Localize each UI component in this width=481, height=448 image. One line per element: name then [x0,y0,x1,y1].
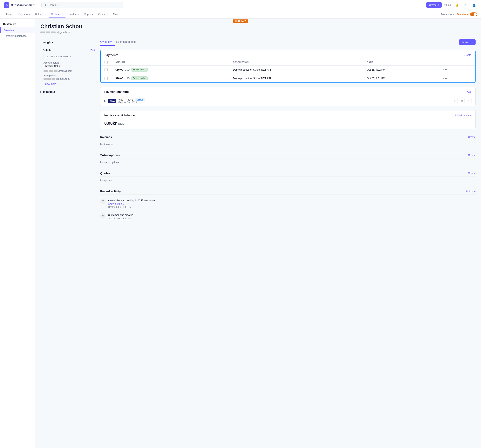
create-button[interactable]: Create ▾ [426,2,442,8]
nav-more[interactable]: More ▾ [111,11,123,18]
nav-connect[interactable]: Connect [96,11,110,18]
row1-checkbox[interactable] [105,68,108,71]
subscriptions-create-link[interactable]: Create [468,154,476,156]
top-right-actions: Create ▾ ? Help 🔔 ⚙ 👤 [426,2,477,8]
invoices-header: Invoices Create [100,133,476,140]
select-all-header[interactable] [101,59,112,66]
nav-balances[interactable]: Balances [33,11,48,18]
row2-date: Oct 26, 4:01 PM [363,74,439,83]
activity-icon-2 [100,213,106,219]
nav-customers[interactable]: Customers [49,11,66,18]
row2-checkbox[interactable] [105,77,108,80]
nav-payments[interactable]: Payments [16,11,32,18]
account-name: Christian Schou [44,65,95,68]
settings-button[interactable]: ⚙ [462,2,469,8]
activity-text-2: Customer was created [108,213,476,217]
top-bar: Christian Schou ▾ Create ▾ ? Help 🔔 ⚙ 👤 [0,0,481,10]
tab-events[interactable]: Events and logs [116,38,139,46]
pm-expiry: Expires Dec 2024 [118,101,452,104]
nav-reports[interactable]: Reports [82,11,95,18]
add-note-link[interactable]: Add note [466,190,476,193]
search-input[interactable] [41,2,123,8]
test-data-banner: TEST DATA [233,19,248,23]
activity-show-details-link[interactable]: Show details › [108,202,476,205]
metadata-title: Metadata [43,90,55,93]
content-area: Christian Schou @gmail.com ▾ Insights ▾ [35,19,481,448]
sidebar: Customers Overview Remaining balances [0,19,35,448]
payment-methods-add-link[interactable]: Add [467,90,472,93]
stripe-logo-icon [4,2,9,8]
payments-card: Payments Create AMOUNT DESCRIPTION DATE [100,50,476,83]
adjust-balance-link[interactable]: Adjust balance [455,114,472,117]
row2-status-badge: Succeeded ✓ [131,77,148,80]
help-button[interactable]: ? Help [444,3,451,6]
invoices-empty: No invoices [100,142,476,147]
quotes-section: Quotes Create No quotes [100,169,476,183]
sidebar-item-overview[interactable]: Overview [0,27,35,33]
details-edit-link[interactable]: Edit [90,49,95,52]
row2-description: Demo product for Stripe .NET API [229,74,363,83]
pm-edit-button[interactable]: ✏ [452,98,458,104]
details-chevron: ▾ [40,49,41,51]
sidebar-title: Customers [0,23,35,27]
svg-rect-0 [102,201,104,202]
invoice-credit-title: Invoice credit balance [104,114,135,117]
nav-home[interactable]: Home [4,11,15,18]
credit-balance-amount: 0.00kr DKK [100,119,475,129]
notifications-button[interactable]: 🔔 [454,2,460,8]
brand-logo[interactable]: Christian Schou ▾ [4,2,34,8]
activity-item-1: A new Visa card ending in 4242 was added… [100,196,476,211]
pm-delete-button[interactable]: 🗑 [459,98,465,104]
pm-expand-btn[interactable]: ▶ [104,100,106,102]
svg-point-1 [103,215,104,216]
customer-email-blurred [40,31,56,33]
pm-card-name: Visa ···· 4242 Default [118,98,452,101]
right-panel: Overview Events and logs Actions ▾ Payme… [100,38,476,226]
customer-meta: @gmail.com [40,31,476,34]
activity-text-1: A new Visa card ending in 4242 was added [108,199,476,202]
payments-create-link[interactable]: Create [464,54,471,56]
details-section-header[interactable]: ▾ Details Edit [40,46,95,54]
brand-name: Christian Schou [11,3,32,7]
actions-button[interactable]: Actions ▾ [459,39,476,45]
row2-amount-cell: $10.00 USD Succeeded ✓ [115,77,225,80]
insights-section-header[interactable]: ▾ Insights [40,38,95,46]
nav-right: Developers Test mode [441,12,477,16]
customer-header: Christian Schou @gmail.com [40,23,476,34]
amount-header: AMOUNT [112,59,229,66]
subscriptions-empty: No subscriptions [100,160,476,165]
test-mode-toggle[interactable]: Test mode [457,12,477,16]
show-more-link[interactable]: Show more [44,82,56,85]
payment-row-2[interactable]: $10.00 USD Succeeded ✓ Demo product for … [101,74,475,83]
account-label: Account details [44,62,95,64]
left-panel: ▾ Insights ▾ Details Edit cus_MgWyoA3Vn0… [40,38,95,226]
two-col-layout: ▾ Insights ▾ Details Edit cus_MgWyoA3Vn0… [40,38,476,226]
nav-products[interactable]: Products [66,11,81,18]
recent-activity-title: Recent activity [100,190,121,193]
search-bar[interactable] [41,2,123,8]
insights-title: Insights [43,41,53,44]
subscriptions-section: Subscriptions Create No subscriptions [100,151,476,165]
insights-chevron: ▾ [40,41,41,43]
metadata-section-header[interactable]: ▶ Metadata [40,88,95,96]
row1-more-button[interactable]: ••• [443,68,448,71]
payments-card-header: Payments Create [101,50,475,59]
recent-activity-section: Recent activity Add note A new Visa card… [100,187,476,222]
pm-more-button[interactable]: ••• [466,98,472,104]
payment-row-1[interactable]: $10.00 USD Succeeded ✓ Demo product for … [101,66,475,74]
test-mode-switch[interactable] [470,12,477,16]
quotes-create-link[interactable]: Create [468,172,476,175]
account-button[interactable]: 👤 [471,2,477,8]
default-badge: Default [135,98,145,101]
tab-overview[interactable]: Overview [100,38,115,46]
toggle-knob [473,13,477,16]
details-title: Details [43,49,52,52]
invoices-create-link[interactable]: Create [468,136,476,139]
row2-more-button[interactable]: ••• [443,77,448,80]
activity-list: A new Visa card ending in 4242 was added… [100,196,476,222]
row1-status-badge: Succeeded ✓ [131,68,148,71]
developers-link[interactable]: Developers [441,13,454,16]
sidebar-item-remaining-balances[interactable]: Remaining balances [0,33,35,39]
payment-methods-title: Payment methods [104,90,129,93]
row1-description: Demo product for Stripe .NET API [229,66,363,74]
